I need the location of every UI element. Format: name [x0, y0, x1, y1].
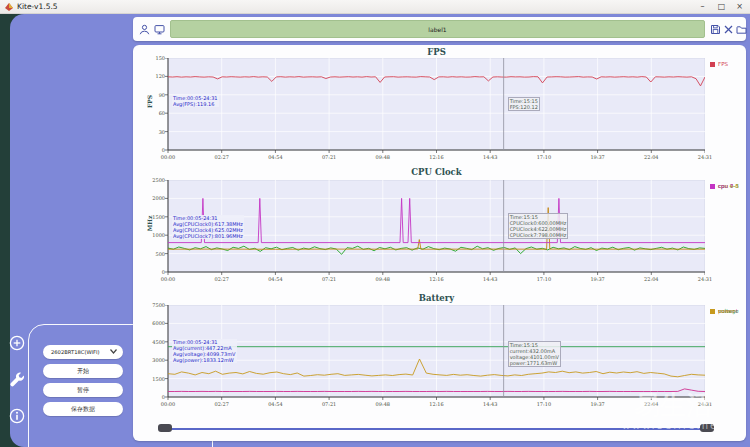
y-tick-label: 120 — [138, 73, 165, 79]
y-tick-label: 6000 — [138, 320, 165, 326]
chevron-down-icon — [110, 349, 117, 354]
y-tick-label: 30 — [138, 129, 165, 135]
y-tick-label: 0 — [138, 394, 165, 400]
legend-item: cpu 7 — [710, 183, 733, 192]
legend-item: power — [710, 308, 735, 317]
titlebar: Kite-v1.5.5 – □ × — [0, 0, 750, 14]
y-tick-label: 90 — [138, 92, 165, 98]
annotation-line: Avg(FPS):119.16 — [173, 101, 218, 107]
window-title: Kite-v1.5.5 — [17, 2, 58, 11]
slider-handle-left[interactable] — [158, 424, 172, 432]
tooltip-line: power:1771.63mW — [510, 360, 559, 366]
tooltip-cpu: Time:15:15CPUClock0:600.00MHzCPUClock4:6… — [508, 213, 569, 239]
y-tick-label: 0 — [138, 269, 165, 275]
annotation-line: Avg(CPUClock7):801.96MHz — [173, 233, 243, 239]
annotation-line: Avg(power):1833.12mW — [173, 357, 236, 363]
legend-label: cpu 7 — [718, 183, 733, 189]
y-tick-label: 4500 — [138, 339, 165, 345]
device-select[interactable]: 2602BRT18C(WIFI) — [43, 345, 123, 359]
annotation-battery: Time:00:05-24:31Avg(current):447.22mAAvg… — [172, 339, 237, 363]
legend-swatch — [710, 62, 715, 67]
close-button[interactable]: × — [732, 1, 747, 13]
maximize-button[interactable]: □ — [714, 1, 729, 13]
legend-swatch — [710, 184, 715, 189]
annotation-cpu: Time:00:05-24:31Avg(CPUClock0):617.38MHz… — [172, 215, 244, 239]
y-tick-label: 3000 — [138, 357, 165, 363]
info-icon[interactable] — [9, 408, 25, 424]
annotation-fps: Time:00:05-24:31Avg(FPS):119.16 — [172, 95, 219, 107]
user-icon[interactable] — [139, 24, 150, 35]
chart-plot-fps[interactable] — [164, 58, 705, 155]
chart-plot-battery[interactable] — [164, 305, 705, 402]
save-icon[interactable] — [710, 24, 721, 35]
app-icon — [4, 2, 14, 12]
chart-plot-cpu[interactable] — [164, 180, 705, 277]
app-window: Kite-v1.5.5 – □ × 2602BRT18C(WIFI) 开始 暂停… — [0, 0, 750, 447]
tooltip-battery: Time:15:15current:432.00mAvoltage:4101.0… — [508, 341, 561, 367]
y-tick-label: 500 — [138, 251, 165, 257]
monitor-icon[interactable] — [154, 24, 165, 35]
folder-icon[interactable] — [736, 24, 747, 35]
pause-button[interactable]: 暂停 — [43, 383, 123, 397]
toolbar: label1 — [133, 17, 746, 41]
tooltip-fps: Time:15:15FPS:120.12 — [508, 97, 540, 111]
y-tick-label: 1000 — [138, 232, 165, 238]
charts-panel: FPSFPS00:0002:2704:5407:2109:4812:1614:4… — [133, 45, 746, 441]
chart-title-battery: Battery — [168, 293, 705, 303]
chart-title-fps: FPS — [168, 47, 705, 57]
y-tick-label: 0 — [138, 147, 165, 153]
y-tick-label: 60 — [138, 110, 165, 116]
legend-label: power — [718, 308, 735, 314]
time-range-slider-track[interactable] — [160, 428, 712, 430]
tooltip-line: CPUClock7:798.00MHz — [510, 232, 567, 238]
slider-handle-right[interactable] — [700, 424, 714, 432]
y-tick-label: 1500 — [138, 376, 165, 382]
close-icon[interactable] — [723, 24, 734, 35]
chart-title-cpu: CPU Clock — [168, 167, 705, 177]
legend-item: FPS — [710, 61, 728, 70]
legend-label: FPS — [718, 61, 728, 67]
y-tick-label: 150 — [138, 55, 165, 61]
legend-swatch — [710, 309, 715, 314]
y-tick-label: 2500 — [138, 177, 165, 183]
y-tick-label: 7500 — [138, 302, 165, 308]
tooltip-line: FPS:120.12 — [510, 104, 538, 110]
session-label[interactable]: label1 — [170, 20, 705, 38]
save-data-button[interactable]: 保存数据 — [43, 402, 123, 416]
wrench-icon[interactable] — [9, 371, 25, 387]
start-button[interactable]: 开始 — [43, 364, 123, 378]
minimize-button[interactable]: – — [695, 1, 710, 13]
plus-icon[interactable] — [9, 335, 25, 351]
y-tick-label: 1500 — [138, 214, 165, 220]
y-tick-label: 2000 — [138, 195, 165, 201]
